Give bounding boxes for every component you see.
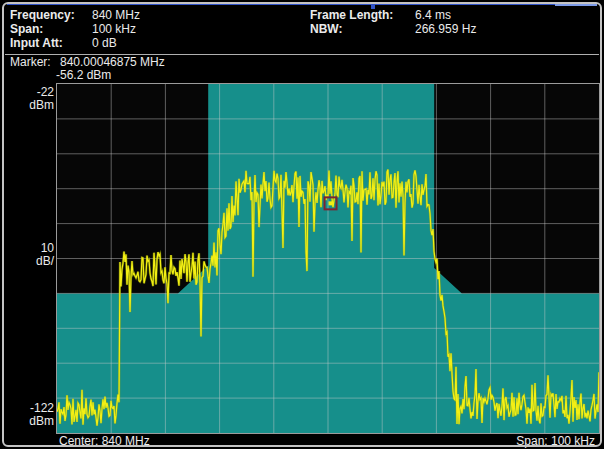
y-axis-bottom-unit: dBm [0, 415, 54, 428]
y-axis-scale-unit: dB/ [0, 255, 54, 268]
marker-frequency-value: 840.00046875 MHz [60, 55, 165, 69]
span-annotation: Span: 100 kHz [516, 434, 595, 448]
top-accent-line [7, 3, 597, 5]
y-axis-top-unit: dBm [0, 99, 54, 112]
span-value: 100 kHz [92, 22, 136, 36]
span-label: Span: [10, 22, 43, 36]
marker-level-value: -56.2 dBm [56, 69, 165, 82]
y-axis-bottom-label: -122 dBm [0, 402, 54, 428]
marker-label: Marker: [10, 55, 51, 69]
spectrum-analyzer-screen: Frequency: 840 MHz Span: 100 kHz Input A… [0, 0, 604, 449]
frame-length-value: 6.4 ms [415, 8, 451, 22]
settings-readout-panel: Frequency: 840 MHz Span: 100 kHz Input A… [10, 7, 594, 53]
x-axis-annotation: Center: 840 MHz Span: 100 kHz [57, 434, 597, 448]
marker-readout: Marker: 840.00046875 MHz -56.2 dBm [10, 56, 165, 82]
spectrum-plot-area [57, 84, 599, 433]
frequency-value: 840 MHz [92, 8, 140, 22]
y-axis-scale-label: 10 dB/ [0, 242, 54, 268]
frame-length-label: Frame Length: [310, 8, 393, 22]
top-accent-highlight [555, 3, 597, 6]
nbw-label: NBW: [310, 22, 342, 36]
spectrum-svg [57, 84, 599, 433]
center-frequency-annotation: Center: 840 MHz [59, 434, 150, 448]
input-att-label: Input Att: [10, 36, 63, 50]
frequency-label: Frequency: [10, 8, 75, 22]
nbw-value: 266.959 Hz [415, 22, 476, 36]
marker-dot [329, 201, 333, 205]
y-axis-top-label: -22 dBm [0, 86, 54, 112]
input-att-value: 0 dB [92, 36, 117, 50]
